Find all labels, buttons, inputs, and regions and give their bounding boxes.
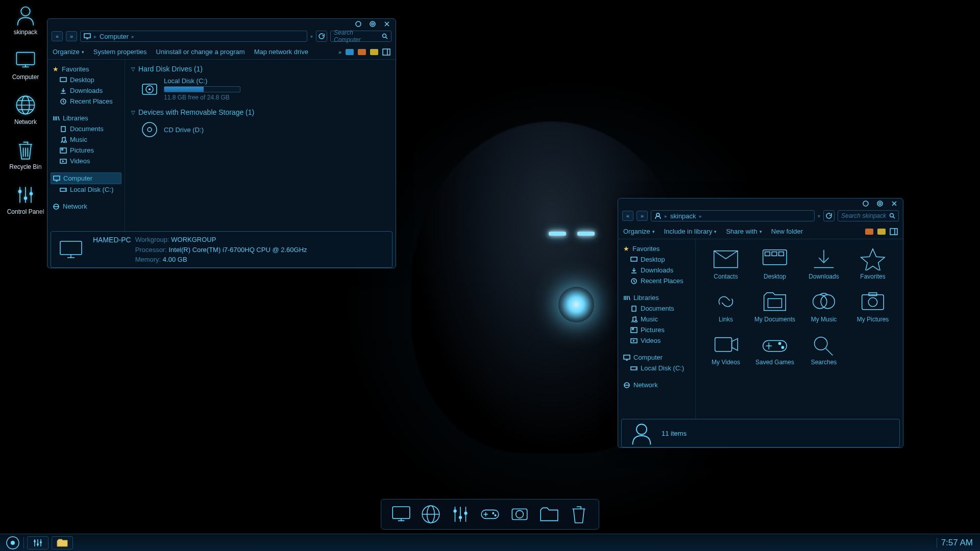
- folder-desktop[interactable]: Desktop: [753, 246, 797, 280]
- clock[interactable]: 7:57 AM: [937, 538, 975, 548]
- close-button[interactable]: [890, 200, 899, 207]
- svg-rect-34: [890, 229, 897, 235]
- refresh-button[interactable]: [316, 31, 327, 42]
- dock-recycle-bin[interactable]: [568, 504, 590, 525]
- share-with-menu[interactable]: Share with▾: [726, 228, 762, 235]
- svg-rect-16: [60, 148, 66, 153]
- svg-point-73: [11, 541, 15, 545]
- search-input[interactable]: Search skinpack: [838, 210, 899, 221]
- drive-local-disk-c[interactable]: Local Disk (C:) 11.8 GB free of 24.8 GB: [140, 77, 389, 101]
- dock-folder[interactable]: [538, 504, 560, 525]
- maximize-button[interactable]: [368, 20, 377, 28]
- breadcrumb[interactable]: ▸ Computer ▸: [80, 31, 307, 42]
- organize-menu[interactable]: Organize▾: [53, 48, 84, 56]
- breadcrumb-skinpack[interactable]: skinpack: [670, 212, 696, 220]
- preview-pane-icon[interactable]: [382, 48, 390, 56]
- include-library-menu[interactable]: Include in library▾: [664, 228, 717, 235]
- sidebar-local-disk-c[interactable]: Local Disk (C:): [51, 184, 121, 195]
- section-removable[interactable]: ▽Devices with Removable Storage (1): [131, 108, 389, 116]
- organize-menu[interactable]: Organize▾: [623, 228, 655, 235]
- system-properties-button[interactable]: System properties: [93, 48, 147, 56]
- desktop-icon-skinpack[interactable]: skinpack: [6, 4, 45, 36]
- folder-my-pictures[interactable]: My Pictures: [851, 289, 895, 323]
- folder-my-documents[interactable]: My Documents: [753, 289, 797, 323]
- sidebar-downloads[interactable]: Downloads: [621, 265, 692, 276]
- folder-downloads[interactable]: Downloads: [802, 246, 846, 280]
- sidebar-computer[interactable]: Computer: [621, 352, 692, 363]
- forward-button[interactable]: »: [636, 211, 648, 221]
- minimize-button[interactable]: [354, 20, 363, 28]
- dock-network[interactable]: [420, 504, 442, 525]
- view-button-1[interactable]: [865, 229, 873, 235]
- search-input[interactable]: Search Computer: [330, 31, 391, 42]
- sidebar-desktop[interactable]: Desktop: [621, 254, 692, 265]
- sidebar-local-disk-c[interactable]: Local Disk (C:): [621, 363, 692, 373]
- sidebar-videos[interactable]: Videos: [621, 335, 692, 346]
- sidebar-documents[interactable]: Documents: [51, 123, 121, 134]
- map-drive-button[interactable]: Map network drive: [254, 48, 308, 56]
- desktop-icon-control-panel[interactable]: Control Panel: [6, 184, 45, 215]
- folder-my-videos[interactable]: My Videos: [704, 332, 748, 366]
- refresh-button[interactable]: [823, 210, 835, 221]
- folder-my-music[interactable]: My Music: [802, 289, 846, 323]
- sidebar-documents[interactable]: Documents: [621, 303, 692, 314]
- sidebar-computer[interactable]: Computer: [51, 172, 121, 184]
- desktop-icon-computer[interactable]: Computer: [6, 49, 45, 81]
- start-button[interactable]: [5, 535, 20, 550]
- sidebar-desktop[interactable]: Desktop: [51, 74, 121, 85]
- dock-games[interactable]: [479, 504, 501, 525]
- svg-point-71: [516, 511, 524, 518]
- more-menu[interactable]: »: [338, 49, 341, 55]
- minimize-button[interactable]: [861, 200, 870, 207]
- sidebar-network[interactable]: Network: [621, 380, 692, 390]
- sidebar-pictures[interactable]: Pictures: [51, 145, 121, 156]
- preview-pane-icon[interactable]: [890, 228, 898, 235]
- maximize-button[interactable]: [875, 200, 885, 207]
- desktop-icon-network[interactable]: Network: [6, 94, 45, 126]
- sidebar-libraries[interactable]: Libraries: [51, 113, 121, 123]
- dock-control-panel[interactable]: [450, 504, 471, 525]
- forward-button[interactable]: »: [66, 31, 77, 41]
- new-folder-button[interactable]: New folder: [771, 228, 803, 235]
- sidebar-network[interactable]: Network: [51, 201, 121, 212]
- folder-links[interactable]: Links: [704, 289, 748, 323]
- back-button[interactable]: «: [52, 31, 63, 41]
- folder-saved-games[interactable]: Saved Games: [753, 332, 797, 366]
- sidebar-music[interactable]: Music: [621, 314, 692, 324]
- breadcrumb-dropdown[interactable]: ▾: [818, 213, 820, 219]
- svg-point-51: [821, 294, 835, 308]
- sidebar-favorites[interactable]: ★Favorites: [621, 243, 692, 254]
- sidebar-libraries[interactable]: Libraries: [621, 292, 692, 303]
- sidebar-downloads[interactable]: Downloads: [51, 85, 121, 96]
- dock-disk[interactable]: [509, 504, 530, 525]
- svg-point-27: [148, 128, 152, 132]
- sliders-icon: [14, 184, 37, 206]
- close-button[interactable]: [382, 20, 391, 28]
- folder-icon: [760, 289, 790, 314]
- sidebar-favorites[interactable]: ★Favorites: [51, 64, 121, 74]
- dock-computer[interactable]: [390, 504, 412, 525]
- folder-contacts[interactable]: Contacts: [704, 246, 748, 280]
- section-hdd[interactable]: ▽Hard Disk Drives (1): [131, 65, 389, 73]
- sidebar-recent-places[interactable]: Recent Places: [51, 96, 121, 107]
- desktop-icon-recycle-bin[interactable]: Recycle Bin: [6, 139, 45, 170]
- view-button-2[interactable]: [877, 229, 886, 235]
- back-button[interactable]: «: [622, 211, 633, 221]
- folder-favorites[interactable]: Favorites: [851, 246, 895, 280]
- view-button-3[interactable]: [370, 49, 378, 55]
- breadcrumb-dropdown[interactable]: ▾: [310, 34, 313, 39]
- breadcrumb-computer[interactable]: Computer: [100, 33, 129, 40]
- breadcrumb[interactable]: ▸ skinpack ▸: [651, 210, 815, 221]
- view-button-2[interactable]: [358, 49, 366, 55]
- task-control-panel[interactable]: [27, 536, 48, 549]
- sidebar-music[interactable]: Music: [51, 134, 121, 145]
- sidebar-pictures[interactable]: Pictures: [621, 324, 692, 335]
- sidebar-videos[interactable]: Videos: [51, 156, 121, 166]
- task-explorer[interactable]: [52, 536, 73, 549]
- sidebar-recent-places[interactable]: Recent Places: [621, 276, 692, 286]
- folder-searches[interactable]: Searches: [802, 332, 846, 366]
- view-button-1[interactable]: [346, 49, 354, 55]
- svg-point-6: [30, 192, 33, 196]
- uninstall-button[interactable]: Uninstall or change a program: [156, 48, 245, 56]
- drive-cd[interactable]: CD Drive (D:): [140, 120, 389, 139]
